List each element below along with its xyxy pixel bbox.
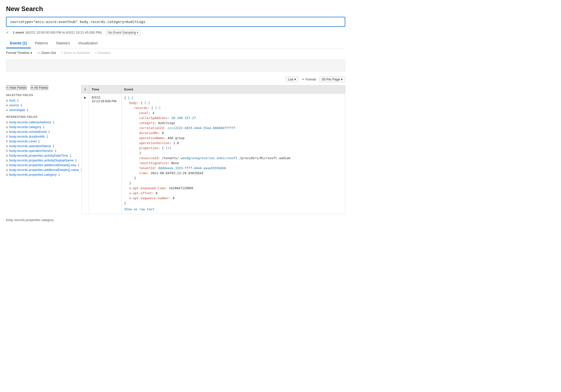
page-title: New Search — [6, 5, 345, 13]
field-activitydisplayname: a body.records.properties.activityDispla… — [6, 158, 77, 162]
chevron-down-icon: ▾ — [31, 51, 32, 55]
field-link-addldetails-key[interactable]: body.records.properties.additionalDetail… — [9, 163, 76, 167]
field-durationms: # body.records.durationMs 1 — [6, 135, 77, 138]
expand-row-button[interactable]: ▶ — [84, 96, 86, 99]
event-line: x-opt-sequence-number: 0 — [129, 196, 342, 201]
format-timeline-button[interactable]: Format Timeline ▾ — [6, 51, 32, 55]
event-line: { [-] — [124, 95, 342, 101]
event-line: durationMs: 0 — [139, 131, 342, 136]
field-link-sourcetype[interactable]: sourcetype — [9, 108, 25, 112]
collapse-root-link[interactable]: [-] — [128, 96, 134, 100]
format-button[interactable]: ✏ Format — [302, 77, 316, 81]
zoom-out-button[interactable]: — Zoom Out — [37, 51, 56, 55]
selected-fields-title: SELECTED FIELDS — [6, 93, 77, 96]
tab-visualization[interactable]: Visualization — [74, 39, 102, 48]
event-line: category: AuditLogs — [139, 121, 342, 126]
field-opversion: # body.records.operationVersion 1 — [6, 149, 77, 153]
event-line: } — [124, 201, 342, 206]
field-link-activitydatetime[interactable]: body.records.properties.activityDateTime — [9, 154, 68, 157]
perpage-dropdown[interactable]: 50 Per Page ▾ — [319, 76, 345, 82]
event-line: operationName: Add group — [139, 136, 342, 141]
field-link-addldetails-value[interactable]: body.records.properties.additionalDetail… — [9, 168, 79, 172]
collapse-body-link[interactable]: [-] — [144, 101, 150, 105]
show-raw-link[interactable]: Show as raw text — [124, 207, 342, 212]
chevron-down-icon: ▾ — [341, 77, 343, 81]
hide-fields-button[interactable]: < Hide Fields — [6, 85, 27, 90]
expand-cell: ▶ — [82, 93, 89, 214]
timeline-chart — [6, 59, 345, 71]
field-addldetails-key: a body.records.properties.additionalDeta… — [6, 163, 77, 167]
event-count: 1 event (8/2/21 10:00:00.000 PM to 8/3/2… — [13, 31, 102, 34]
event-cell: { [-] body: { [-] records: { [-] Level: … — [122, 93, 345, 214]
col-header-time: Time — [89, 85, 122, 93]
field-host: a host 1 — [6, 99, 77, 102]
field-activitydatetime: a body.records.properties.activityDateTi… — [6, 154, 77, 157]
field-link-opname[interactable]: body.records.operationName — [9, 144, 51, 148]
search-bar — [6, 17, 345, 27]
tenantid-value-link[interactable]: ddddeeee-3333-ffff-4444-aaaa5555bbbb — [158, 166, 226, 170]
event-line: resourceId: /tenants/ woodgrovegroceries… — [139, 156, 342, 161]
event-time: 10:13:29.838 PM — [92, 99, 119, 103]
event-line: correlationId: cccc2222-dd33-4444-55ee-6… — [139, 126, 342, 131]
event-line: tenantId: ddddeeee-3333-ffff-4444-aaaa55… — [139, 166, 342, 171]
event-line: time: 2021-08-04T03:13:29.8383564Z — [139, 171, 342, 176]
field-link-activitydisplayname[interactable]: body.records.properties.activityDisplayN… — [9, 158, 74, 162]
field-link-category[interactable]: body.records.category — [9, 125, 41, 129]
status-bar: ✓ 1 event (8/2/21 10:00:00.000 PM to 8/3… — [6, 30, 345, 35]
deselect-button[interactable]: × Deselect — [95, 51, 111, 55]
field-link-host[interactable]: host — [9, 99, 16, 102]
zoom-to-selection-button[interactable]: + Zoom to Selection — [61, 51, 90, 55]
field-link-callerip[interactable]: body.records.callerIpAddress — [9, 120, 51, 124]
table-row: ▶ 8/3/21 10:13:29.838 PM { [-] body: { [… — [82, 93, 345, 214]
bottom-fields-label: body records properties category — [6, 218, 345, 222]
event-line: } — [129, 181, 342, 186]
list-dropdown[interactable]: List ▾ — [286, 76, 298, 82]
results-panel: i Time Event ▶ 8/3/21 10:13:29.838 PM — [81, 85, 345, 214]
field-link-correlationid[interactable]: body.records.correlationId — [9, 130, 47, 134]
field-category: a body.records.category 1 — [6, 125, 77, 129]
event-content: { [-] body: { [-] records: { [-] Level: … — [124, 95, 342, 212]
event-line: resultSignature: None — [139, 161, 342, 166]
event-line: x-opt-enqueued-time: 1628047129005 — [129, 186, 342, 191]
collapse-records-link[interactable]: [-] — [155, 106, 161, 110]
field-source: a source 1 — [6, 103, 77, 107]
tabs-bar: Events (1) Patterns Statistics Visualiza… — [6, 39, 345, 48]
search-input[interactable] — [10, 20, 341, 24]
event-line: Level: 4 — [139, 111, 342, 116]
time-cell: 8/3/21 10:13:29.838 PM — [89, 93, 122, 214]
correlationid-value-link[interactable]: cccc2222-dd33-4444-55ee-666666ffffff — [168, 126, 236, 130]
callerip-value-link[interactable]: 20.190.157.27 — [171, 116, 196, 120]
event-line: properties: { [+] — [139, 146, 342, 151]
field-callerip: a body.records.callerIpAddress 1 — [6, 120, 77, 124]
expand-properties-link[interactable]: [+] — [166, 146, 171, 150]
resourceid-value-link[interactable]: woodgrovegroceries.onmicrosoft — [181, 156, 238, 160]
sidebar: < Hide Fields ≡ All Fields SELECTED FIEL… — [6, 85, 81, 214]
tab-events[interactable]: Events (1) — [6, 39, 31, 48]
field-level: # body.records.Level 1 — [6, 139, 77, 143]
field-link-props-category[interactable]: body.records.properties.category — [9, 173, 57, 176]
all-fields-button[interactable]: ≡ All Fields — [31, 85, 48, 90]
event-line: x-opt-offset: 0 — [129, 191, 342, 196]
content-controls: List ▾ ✏ Format 50 Per Page ▾ — [6, 74, 345, 84]
status-check-icon: ✓ — [6, 31, 9, 34]
event-line: body: { [-] — [129, 101, 342, 106]
pencil-icon: ✏ — [302, 78, 304, 81]
sidebar-header: < Hide Fields ≡ All Fields — [6, 85, 77, 90]
col-header-i: i — [82, 85, 89, 93]
event-line: operationVersion: 1.0 — [139, 141, 342, 146]
field-link-level[interactable]: body.records.Level — [9, 139, 37, 143]
tab-patterns[interactable]: Patterns — [31, 39, 52, 48]
results-table: i Time Event ▶ 8/3/21 10:13:29.838 PM — [81, 85, 345, 214]
main-layout: < Hide Fields ≡ All Fields SELECTED FIEL… — [6, 85, 345, 214]
event-line: } — [134, 176, 342, 181]
chevron-down-icon: ▾ — [294, 77, 296, 81]
tab-statistics[interactable]: Statistics — [52, 39, 74, 48]
field-link-durationms[interactable]: body.records.durationMs — [9, 135, 45, 138]
col-header-event: Event — [122, 85, 345, 93]
field-link-opversion[interactable]: body.records.operationVersion — [9, 149, 53, 153]
field-addldetails-value: a body.records.properties.additionalDeta… — [6, 168, 77, 172]
sampling-dropdown[interactable]: No Event Sampling ▾ — [106, 30, 141, 35]
chevron-down-icon: ▾ — [137, 31, 138, 34]
field-correlationid: a body.records.correlationId 1 — [6, 130, 77, 134]
field-link-source[interactable]: source — [9, 103, 19, 107]
